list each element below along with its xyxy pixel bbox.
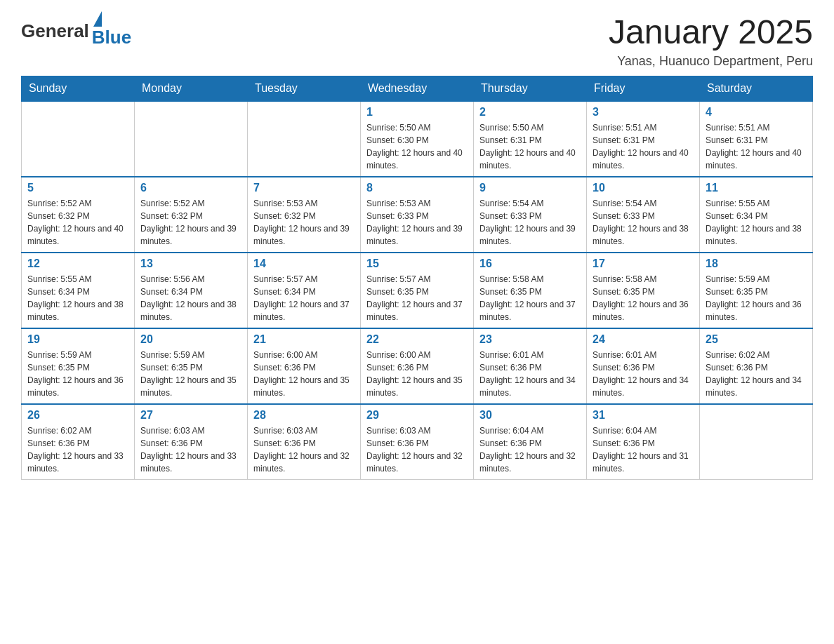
sub-title: Yanas, Huanuco Department, Peru — [609, 54, 813, 69]
calendar-cell: 25Sunrise: 6:02 AM Sunset: 6:36 PM Dayli… — [700, 328, 813, 404]
column-header-sunday: Sunday — [22, 76, 135, 101]
day-number: 19 — [27, 333, 128, 346]
logo: General Blue — [21, 14, 131, 48]
day-info: Sunrise: 6:02 AM Sunset: 6:36 PM Dayligh… — [706, 349, 807, 399]
day-number: 8 — [366, 182, 468, 194]
day-number: 28 — [253, 409, 355, 422]
column-header-monday: Monday — [135, 76, 248, 101]
day-info: Sunrise: 6:02 AM Sunset: 6:36 PM Dayligh… — [27, 424, 128, 475]
calendar-cell: 20Sunrise: 5:59 AM Sunset: 6:35 PM Dayli… — [135, 328, 248, 404]
day-number: 1 — [366, 106, 468, 119]
column-header-tuesday: Tuesday — [248, 76, 361, 101]
calendar-cell: 26Sunrise: 6:02 AM Sunset: 6:36 PM Dayli… — [22, 404, 135, 480]
calendar-cell: 11Sunrise: 5:55 AM Sunset: 6:34 PM Dayli… — [700, 177, 813, 253]
day-number: 23 — [479, 333, 581, 346]
week-row-1: 1Sunrise: 5:50 AM Sunset: 6:30 PM Daylig… — [22, 101, 813, 177]
day-number: 15 — [366, 257, 468, 270]
day-info: Sunrise: 6:03 AM Sunset: 6:36 PM Dayligh… — [140, 424, 241, 475]
day-info: Sunrise: 5:57 AM Sunset: 6:35 PM Dayligh… — [366, 273, 468, 323]
calendar-cell: 1Sunrise: 5:50 AM Sunset: 6:30 PM Daylig… — [361, 101, 474, 177]
calendar-cell: 23Sunrise: 6:01 AM Sunset: 6:36 PM Dayli… — [474, 328, 587, 404]
day-number: 6 — [140, 182, 241, 194]
calendar-cell: 14Sunrise: 5:57 AM Sunset: 6:34 PM Dayli… — [248, 253, 361, 328]
calendar-cell: 29Sunrise: 6:03 AM Sunset: 6:36 PM Dayli… — [361, 404, 474, 480]
calendar-cell: 19Sunrise: 5:59 AM Sunset: 6:35 PM Dayli… — [22, 328, 135, 404]
day-number: 27 — [140, 409, 241, 422]
column-header-saturday: Saturday — [700, 76, 813, 101]
day-info: Sunrise: 6:01 AM Sunset: 6:36 PM Dayligh… — [479, 349, 581, 399]
day-info: Sunrise: 5:51 AM Sunset: 6:31 PM Dayligh… — [593, 121, 694, 172]
calendar-cell — [135, 101, 248, 177]
calendar-cell: 30Sunrise: 6:04 AM Sunset: 6:36 PM Dayli… — [474, 404, 587, 480]
calendar-cell — [700, 404, 813, 480]
day-info: Sunrise: 5:59 AM Sunset: 6:35 PM Dayligh… — [27, 349, 128, 399]
column-header-wednesday: Wednesday — [361, 76, 474, 101]
day-info: Sunrise: 5:54 AM Sunset: 6:33 PM Dayligh… — [593, 197, 694, 248]
day-info: Sunrise: 5:54 AM Sunset: 6:33 PM Dayligh… — [479, 197, 581, 248]
day-info: Sunrise: 5:51 AM Sunset: 6:31 PM Dayligh… — [706, 121, 807, 172]
day-number: 18 — [706, 257, 807, 270]
calendar-cell: 31Sunrise: 6:04 AM Sunset: 6:36 PM Dayli… — [587, 404, 700, 480]
calendar-cell: 9Sunrise: 5:54 AM Sunset: 6:33 PM Daylig… — [474, 177, 587, 253]
main-title: January 2025 — [609, 14, 813, 51]
calendar-header-row: SundayMondayTuesdayWednesdayThursdayFrid… — [22, 76, 813, 101]
day-info: Sunrise: 5:59 AM Sunset: 6:35 PM Dayligh… — [140, 349, 241, 399]
day-info: Sunrise: 6:04 AM Sunset: 6:36 PM Dayligh… — [593, 424, 694, 475]
calendar-cell: 3Sunrise: 5:51 AM Sunset: 6:31 PM Daylig… — [587, 101, 700, 177]
calendar-cell: 18Sunrise: 5:59 AM Sunset: 6:35 PM Dayli… — [700, 253, 813, 328]
day-number: 20 — [140, 333, 241, 346]
calendar-cell: 6Sunrise: 5:52 AM Sunset: 6:32 PM Daylig… — [135, 177, 248, 253]
calendar-cell: 10Sunrise: 5:54 AM Sunset: 6:33 PM Dayli… — [587, 177, 700, 253]
calendar-cell — [22, 101, 135, 177]
day-number: 22 — [366, 333, 468, 346]
calendar-cell: 4Sunrise: 5:51 AM Sunset: 6:31 PM Daylig… — [700, 101, 813, 177]
day-info: Sunrise: 5:52 AM Sunset: 6:32 PM Dayligh… — [140, 197, 241, 248]
calendar-cell — [248, 101, 361, 177]
day-info: Sunrise: 5:50 AM Sunset: 6:30 PM Dayligh… — [366, 121, 468, 172]
day-info: Sunrise: 6:00 AM Sunset: 6:36 PM Dayligh… — [366, 349, 468, 399]
calendar-cell: 5Sunrise: 5:52 AM Sunset: 6:32 PM Daylig… — [22, 177, 135, 253]
calendar-cell: 27Sunrise: 6:03 AM Sunset: 6:36 PM Dayli… — [135, 404, 248, 480]
day-number: 14 — [253, 257, 355, 270]
title-area: January 2025 Yanas, Huanuco Department, … — [609, 14, 813, 69]
day-number: 5 — [27, 182, 128, 194]
day-number: 16 — [479, 257, 581, 270]
day-info: Sunrise: 6:04 AM Sunset: 6:36 PM Dayligh… — [479, 424, 581, 475]
calendar-cell: 2Sunrise: 5:50 AM Sunset: 6:31 PM Daylig… — [474, 101, 587, 177]
day-info: Sunrise: 6:03 AM Sunset: 6:36 PM Dayligh… — [366, 424, 468, 475]
week-row-2: 5Sunrise: 5:52 AM Sunset: 6:32 PM Daylig… — [22, 177, 813, 253]
calendar-cell: 24Sunrise: 6:01 AM Sunset: 6:36 PM Dayli… — [587, 328, 700, 404]
calendar-cell: 7Sunrise: 5:53 AM Sunset: 6:32 PM Daylig… — [248, 177, 361, 253]
calendar-cell: 15Sunrise: 5:57 AM Sunset: 6:35 PM Dayli… — [361, 253, 474, 328]
day-info: Sunrise: 5:55 AM Sunset: 6:34 PM Dayligh… — [706, 197, 807, 248]
day-number: 26 — [27, 409, 128, 422]
calendar-cell: 28Sunrise: 6:03 AM Sunset: 6:36 PM Dayli… — [248, 404, 361, 480]
day-info: Sunrise: 5:53 AM Sunset: 6:33 PM Dayligh… — [366, 197, 468, 248]
day-number: 3 — [593, 106, 694, 119]
day-number: 21 — [253, 333, 355, 346]
day-number: 30 — [479, 409, 581, 422]
day-number: 25 — [706, 333, 807, 346]
column-header-friday: Friday — [587, 76, 700, 101]
day-number: 13 — [140, 257, 241, 270]
day-number: 12 — [27, 257, 128, 270]
day-info: Sunrise: 5:58 AM Sunset: 6:35 PM Dayligh… — [479, 273, 581, 323]
day-number: 4 — [706, 106, 807, 119]
calendar-cell: 22Sunrise: 6:00 AM Sunset: 6:36 PM Dayli… — [361, 328, 474, 404]
day-number: 10 — [593, 182, 694, 194]
column-header-thursday: Thursday — [474, 76, 587, 101]
calendar-cell: 16Sunrise: 5:58 AM Sunset: 6:35 PM Dayli… — [474, 253, 587, 328]
header: General Blue January 2025 Yanas, Huanuco… — [21, 14, 813, 69]
day-info: Sunrise: 5:58 AM Sunset: 6:35 PM Dayligh… — [593, 273, 694, 323]
logo-blue: Blue — [92, 27, 131, 48]
day-info: Sunrise: 5:53 AM Sunset: 6:32 PM Dayligh… — [253, 197, 355, 248]
day-number: 11 — [706, 182, 807, 194]
day-info: Sunrise: 5:55 AM Sunset: 6:34 PM Dayligh… — [27, 273, 128, 323]
day-info: Sunrise: 6:00 AM Sunset: 6:36 PM Dayligh… — [253, 349, 355, 399]
day-number: 2 — [479, 106, 581, 119]
day-info: Sunrise: 5:50 AM Sunset: 6:31 PM Dayligh… — [479, 121, 581, 172]
calendar-table: SundayMondayTuesdayWednesdayThursdayFrid… — [21, 76, 813, 480]
day-info: Sunrise: 5:52 AM Sunset: 6:32 PM Dayligh… — [27, 197, 128, 248]
day-number: 24 — [593, 333, 694, 346]
calendar-cell: 12Sunrise: 5:55 AM Sunset: 6:34 PM Dayli… — [22, 253, 135, 328]
